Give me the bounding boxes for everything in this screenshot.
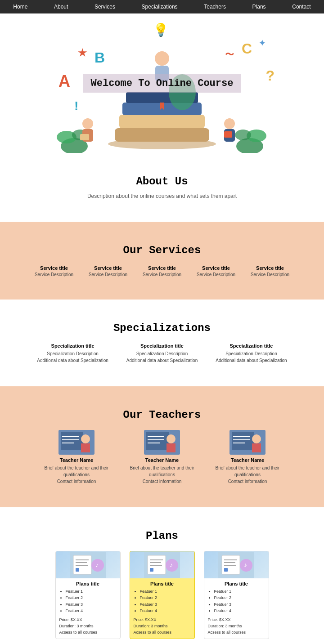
plan-feature-2-3: Featuer 3: [140, 601, 191, 608]
plan-card-2: ♪ Plans title Featuer 1 Featuer 2 Featue…: [130, 551, 195, 639]
deco-exclaim: !: [74, 99, 78, 113]
teacher-name-2: Teacher Name: [126, 457, 198, 463]
services-grid: Service title Service Description Servic…: [9, 265, 315, 277]
plan-features-1: Featuer 1 Featuer 2 Featuer 3 Featuer 4: [59, 588, 117, 614]
plans-section: Plans ♪ Plans title Featuer 1: [0, 507, 324, 644]
plan-price-3: Price: $X.XX Duration: 3 months Acsess t…: [208, 617, 265, 636]
bulb-icon: 💡: [153, 22, 169, 37]
plan-thumb-3: ♪: [204, 551, 269, 578]
svg-point-10: [247, 130, 266, 142]
service-title-3: Service title: [142, 265, 182, 271]
svg-point-7: [57, 131, 76, 143]
service-item-3: Service title Service Description: [142, 265, 182, 277]
service-title-1: Service title: [34, 265, 74, 271]
spec-item-1: Specialization title Specialization Desc…: [37, 343, 108, 364]
service-item-2: Service title Service Description: [88, 265, 128, 277]
plan-feature-2-2: Featuer 2: [140, 595, 191, 601]
deco-c: C: [242, 40, 252, 57]
nav-home[interactable]: Home: [13, 4, 27, 10]
teacher-name-3: Teacher Name: [212, 457, 284, 463]
teacher-item-1: Teacher Name Brief about the teacher and…: [40, 430, 112, 485]
teacher-item-2: Teacher Name Brief about the teacher and…: [126, 430, 198, 485]
svg-text:♪: ♪: [244, 561, 247, 568]
teacher-bio-1: Brief about the teacher and their qualif…: [40, 465, 112, 485]
spec-item-title-3: Specialization title: [216, 343, 287, 349]
nav-plans[interactable]: Plans: [252, 4, 266, 10]
about-title: About Us: [9, 175, 315, 188]
deco-question: ?: [266, 67, 274, 84]
about-description: Description about the online courses and…: [9, 193, 315, 199]
spec-item-desc-2: Specialization Description Additional da…: [126, 350, 198, 364]
hero-section: 💡 A B C ★ ✦ ? ! 〜: [0, 13, 324, 153]
plan-card-title-2: Plans title: [134, 581, 191, 586]
service-desc-2: Service Description: [88, 272, 128, 277]
svg-rect-2: [119, 115, 205, 128]
service-item-5: Service title Service Description: [250, 265, 290, 277]
plan-card-1: ♪ Plans title Featuer 1 Featuer 2 Featue…: [55, 551, 121, 639]
spec-item-3: Specialization title Specialization Desc…: [216, 343, 287, 364]
svg-rect-47: [76, 568, 79, 572]
svg-point-37: [252, 434, 261, 443]
plan-price-1: Price: $X.XX Duration: 3 months Acsess t…: [59, 617, 117, 636]
svg-point-8: [72, 130, 88, 140]
svg-rect-29: [146, 432, 169, 450]
teacher-bio-3: Brief about the teacher and their qualif…: [212, 465, 284, 485]
hero-title: Welcome To Online Course: [83, 74, 242, 93]
svg-marker-5: [160, 103, 164, 110]
svg-point-0: [108, 139, 216, 149]
svg-text:♪: ♪: [170, 561, 173, 568]
svg-point-9: [236, 138, 263, 153]
about-section: About Us Description about the online co…: [0, 153, 324, 222]
service-desc-5: Service Description: [250, 272, 290, 277]
nav-teachers[interactable]: Teachers: [204, 4, 226, 10]
services-section: Our Services Service title Service Descr…: [0, 222, 324, 300]
deco-b: B: [94, 49, 105, 66]
plan-price-2: Price: $X.XX Duration: 3 months Acsess t…: [134, 617, 191, 636]
spec-item-2: Specialization title Specialization Desc…: [126, 343, 198, 364]
deco-star1: ★: [78, 47, 87, 59]
nav-about[interactable]: About: [54, 4, 68, 10]
svg-point-6: [61, 138, 88, 153]
spec-item-title-1: Specialization title: [37, 343, 108, 349]
nav-specializations[interactable]: Specializations: [142, 4, 178, 10]
plan-feature-3-2: Featuer 2: [214, 595, 265, 601]
plans-grid: ♪ Plans title Featuer 1 Featuer 2 Featue…: [9, 551, 315, 639]
nav-contact[interactable]: Contact: [292, 4, 310, 10]
plan-card-3: ♪ Plans title Featuer 1 Featuer 2 Featue…: [204, 551, 269, 639]
service-item-4: Service title Service Description: [196, 265, 236, 277]
plan-feature-2-4: Featuer 4: [140, 608, 191, 614]
deco-star2: ✦: [259, 38, 266, 48]
svg-rect-31: [166, 443, 176, 452]
teacher-thumb-3: [230, 430, 266, 455]
svg-point-14: [82, 118, 93, 129]
navbar: Home About Services Specializations Teac…: [0, 0, 324, 13]
svg-rect-24: [81, 443, 90, 452]
svg-text:♪: ♪: [95, 561, 99, 568]
teacher-item-3: Teacher Name Brief about the teacher and…: [212, 430, 284, 485]
spec-title: Specializations: [9, 322, 315, 334]
plan-feature-3-3: Featuer 3: [214, 601, 265, 608]
spec-grid: Specialization title Specialization Desc…: [9, 343, 315, 364]
service-title-5: Service title: [250, 265, 290, 271]
plan-thumb-1: ♪: [56, 551, 120, 578]
svg-rect-15: [82, 129, 93, 142]
spec-item-title-2: Specialization title: [126, 343, 198, 349]
svg-rect-55: [150, 568, 153, 572]
nav-services[interactable]: Services: [94, 4, 115, 10]
teacher-thumb-1: [58, 430, 94, 455]
svg-rect-38: [252, 443, 261, 452]
plan-features-2: Featuer 1 Featuer 2 Featuer 3 Featuer 4: [134, 588, 191, 614]
teachers-grid: Teacher Name Brief about the teacher and…: [9, 430, 315, 485]
plan-feature-3-1: Featuer 1: [214, 588, 265, 595]
svg-rect-19: [224, 131, 232, 138]
spec-item-desc-3: Specialization Description Additional da…: [216, 350, 287, 364]
plan-feature-2-1: Featuer 1: [140, 588, 191, 595]
deco-a: A: [58, 72, 70, 91]
plan-body-2: Plans title Featuer 1 Featuer 2 Featuer …: [130, 578, 194, 639]
svg-rect-22: [61, 432, 83, 450]
services-title: Our Services: [9, 244, 315, 256]
svg-rect-16: [80, 134, 89, 140]
svg-point-23: [81, 434, 90, 443]
svg-rect-4: [126, 92, 198, 103]
plan-card-title-3: Plans title: [208, 581, 265, 586]
